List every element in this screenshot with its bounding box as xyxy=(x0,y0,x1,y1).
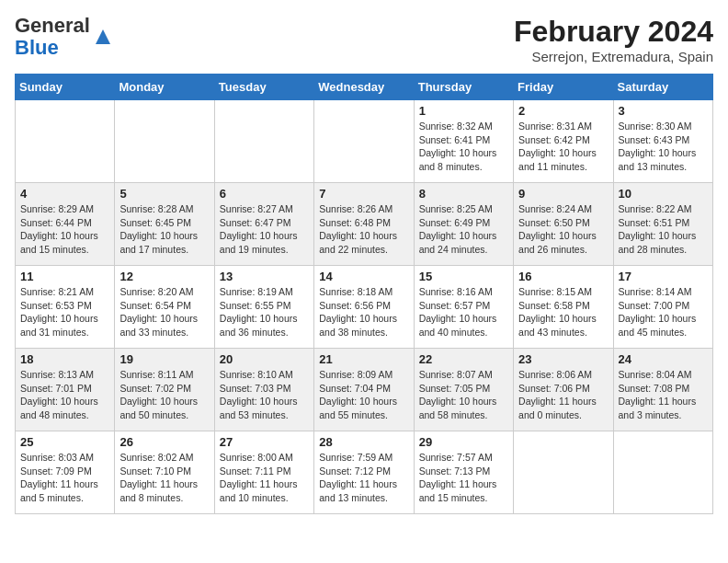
day-number: 29 xyxy=(419,435,508,449)
calendar-cell: 19Sunrise: 8:11 AM Sunset: 7:02 PM Dayli… xyxy=(115,349,214,431)
day-number: 14 xyxy=(319,270,408,283)
calendar-cell: 4Sunrise: 8:29 AM Sunset: 6:44 PM Daylig… xyxy=(16,183,115,266)
day-number: 7 xyxy=(319,187,408,201)
day-info: Sunrise: 8:15 AM Sunset: 6:58 PM Dayligh… xyxy=(518,285,608,339)
day-number: 1 xyxy=(419,104,508,118)
title-block: February 2024 Serrejon, Extremadura, Spa… xyxy=(514,15,713,64)
day-number: 4 xyxy=(20,187,109,201)
day-number: 12 xyxy=(119,270,209,283)
calendar-week-row: 1Sunrise: 8:32 AM Sunset: 6:41 PM Daylig… xyxy=(16,100,713,183)
col-header-sunday: Sunday xyxy=(16,75,115,100)
calendar-cell: 10Sunrise: 8:22 AM Sunset: 6:51 PM Dayli… xyxy=(613,183,712,266)
day-info: Sunrise: 8:31 AM Sunset: 6:42 PM Dayligh… xyxy=(518,120,608,174)
day-number: 24 xyxy=(619,352,708,366)
day-info: Sunrise: 8:02 AM Sunset: 7:10 PM Dayligh… xyxy=(119,451,209,505)
day-number: 15 xyxy=(419,270,508,283)
calendar-cell xyxy=(214,100,313,183)
logo-general: General xyxy=(15,14,90,37)
day-number: 9 xyxy=(518,187,608,201)
svg-marker-0 xyxy=(96,29,110,44)
calendar-cell: 20Sunrise: 8:10 AM Sunset: 7:03 PM Dayli… xyxy=(214,349,313,431)
day-number: 5 xyxy=(119,187,209,201)
day-number: 6 xyxy=(220,187,309,201)
calendar-cell: 5Sunrise: 8:28 AM Sunset: 6:45 PM Daylig… xyxy=(115,183,214,266)
day-number: 22 xyxy=(419,352,508,366)
day-info: Sunrise: 8:22 AM Sunset: 6:51 PM Dayligh… xyxy=(619,202,708,257)
day-info: Sunrise: 8:28 AM Sunset: 6:45 PM Dayligh… xyxy=(119,202,209,257)
logo-text: General Blue xyxy=(15,15,90,59)
calendar-cell: 24Sunrise: 8:04 AM Sunset: 7:08 PM Dayli… xyxy=(613,349,712,431)
day-number: 3 xyxy=(619,104,708,118)
calendar-cell: 9Sunrise: 8:24 AM Sunset: 6:50 PM Daylig… xyxy=(514,183,613,266)
col-header-wednesday: Wednesday xyxy=(314,75,414,100)
day-number: 20 xyxy=(220,352,309,366)
calendar-week-row: 18Sunrise: 8:13 AM Sunset: 7:01 PM Dayli… xyxy=(16,349,713,431)
day-info: Sunrise: 8:14 AM Sunset: 7:00 PM Dayligh… xyxy=(619,285,708,339)
day-info: Sunrise: 7:57 AM Sunset: 7:13 PM Dayligh… xyxy=(419,451,508,505)
calendar-cell: 18Sunrise: 8:13 AM Sunset: 7:01 PM Dayli… xyxy=(16,349,115,431)
day-number: 13 xyxy=(220,270,309,283)
day-info: Sunrise: 8:19 AM Sunset: 6:55 PM Dayligh… xyxy=(220,285,309,339)
month-year-title: February 2024 xyxy=(514,15,713,49)
day-info: Sunrise: 8:24 AM Sunset: 6:50 PM Dayligh… xyxy=(518,202,608,257)
calendar-cell: 15Sunrise: 8:16 AM Sunset: 6:57 PM Dayli… xyxy=(414,266,513,349)
day-number: 16 xyxy=(518,270,608,283)
day-number: 11 xyxy=(20,270,109,283)
calendar-cell: 1Sunrise: 8:32 AM Sunset: 6:41 PM Daylig… xyxy=(414,100,513,183)
calendar-table: SundayMondayTuesdayWednesdayThursdayFrid… xyxy=(15,74,713,514)
calendar-cell: 21Sunrise: 8:09 AM Sunset: 7:04 PM Dayli… xyxy=(314,349,414,431)
calendar-header-row: SundayMondayTuesdayWednesdayThursdayFrid… xyxy=(16,75,713,100)
calendar-cell: 14Sunrise: 8:18 AM Sunset: 6:56 PM Dayli… xyxy=(314,266,414,349)
day-info: Sunrise: 8:03 AM Sunset: 7:09 PM Dayligh… xyxy=(20,451,109,505)
calendar-cell: 26Sunrise: 8:02 AM Sunset: 7:10 PM Dayli… xyxy=(115,431,214,514)
calendar-week-row: 11Sunrise: 8:21 AM Sunset: 6:53 PM Dayli… xyxy=(16,266,713,349)
col-header-monday: Monday xyxy=(115,75,214,100)
calendar-cell: 7Sunrise: 8:26 AM Sunset: 6:48 PM Daylig… xyxy=(314,183,414,266)
calendar-cell: 29Sunrise: 7:57 AM Sunset: 7:13 PM Dayli… xyxy=(414,431,513,514)
day-info: Sunrise: 8:21 AM Sunset: 6:53 PM Dayligh… xyxy=(20,285,109,339)
day-info: Sunrise: 8:06 AM Sunset: 7:06 PM Dayligh… xyxy=(518,368,608,422)
calendar-cell: 3Sunrise: 8:30 AM Sunset: 6:43 PM Daylig… xyxy=(613,100,712,183)
day-info: Sunrise: 8:16 AM Sunset: 6:57 PM Dayligh… xyxy=(419,285,508,339)
col-header-friday: Friday xyxy=(514,75,613,100)
day-info: Sunrise: 8:07 AM Sunset: 7:05 PM Dayligh… xyxy=(419,368,508,422)
calendar-week-row: 4Sunrise: 8:29 AM Sunset: 6:44 PM Daylig… xyxy=(16,183,713,266)
day-info: Sunrise: 8:25 AM Sunset: 6:49 PM Dayligh… xyxy=(419,202,508,257)
logo-triangle-icon xyxy=(92,26,114,48)
location-subtitle: Serrejon, Extremadura, Spain xyxy=(514,49,713,64)
day-info: Sunrise: 8:29 AM Sunset: 6:44 PM Dayligh… xyxy=(20,202,109,257)
calendar-cell: 23Sunrise: 8:06 AM Sunset: 7:06 PM Dayli… xyxy=(514,349,613,431)
day-number: 2 xyxy=(518,104,608,118)
calendar-cell: 28Sunrise: 7:59 AM Sunset: 7:12 PM Dayli… xyxy=(314,431,414,514)
calendar-cell: 6Sunrise: 8:27 AM Sunset: 6:47 PM Daylig… xyxy=(214,183,313,266)
day-info: Sunrise: 7:59 AM Sunset: 7:12 PM Dayligh… xyxy=(319,451,408,505)
day-info: Sunrise: 8:13 AM Sunset: 7:01 PM Dayligh… xyxy=(20,368,109,422)
calendar-cell: 16Sunrise: 8:15 AM Sunset: 6:58 PM Dayli… xyxy=(514,266,613,349)
calendar-cell: 12Sunrise: 8:20 AM Sunset: 6:54 PM Dayli… xyxy=(115,266,214,349)
day-info: Sunrise: 8:30 AM Sunset: 6:43 PM Dayligh… xyxy=(619,120,708,174)
calendar-cell: 13Sunrise: 8:19 AM Sunset: 6:55 PM Dayli… xyxy=(214,266,313,349)
day-info: Sunrise: 8:09 AM Sunset: 7:04 PM Dayligh… xyxy=(319,368,408,422)
day-info: Sunrise: 8:18 AM Sunset: 6:56 PM Dayligh… xyxy=(319,285,408,339)
day-number: 23 xyxy=(518,352,608,366)
calendar-cell xyxy=(514,431,613,514)
day-info: Sunrise: 8:10 AM Sunset: 7:03 PM Dayligh… xyxy=(220,368,309,422)
day-number: 8 xyxy=(419,187,508,201)
calendar-cell xyxy=(115,100,214,183)
calendar-cell: 22Sunrise: 8:07 AM Sunset: 7:05 PM Dayli… xyxy=(414,349,513,431)
day-number: 25 xyxy=(20,435,109,449)
calendar-cell: 25Sunrise: 8:03 AM Sunset: 7:09 PM Dayli… xyxy=(16,431,115,514)
logo: General Blue xyxy=(15,15,114,59)
col-header-tuesday: Tuesday xyxy=(214,75,313,100)
calendar-week-row: 25Sunrise: 8:03 AM Sunset: 7:09 PM Dayli… xyxy=(16,431,713,514)
day-number: 28 xyxy=(319,435,408,449)
day-number: 18 xyxy=(20,352,109,366)
day-number: 17 xyxy=(619,270,708,283)
day-info: Sunrise: 8:00 AM Sunset: 7:11 PM Dayligh… xyxy=(220,451,309,505)
calendar-cell xyxy=(613,431,712,514)
calendar-cell: 8Sunrise: 8:25 AM Sunset: 6:49 PM Daylig… xyxy=(414,183,513,266)
col-header-saturday: Saturday xyxy=(613,75,712,100)
day-info: Sunrise: 8:27 AM Sunset: 6:47 PM Dayligh… xyxy=(220,202,309,257)
day-info: Sunrise: 8:32 AM Sunset: 6:41 PM Dayligh… xyxy=(419,120,508,174)
day-info: Sunrise: 8:20 AM Sunset: 6:54 PM Dayligh… xyxy=(119,285,209,339)
